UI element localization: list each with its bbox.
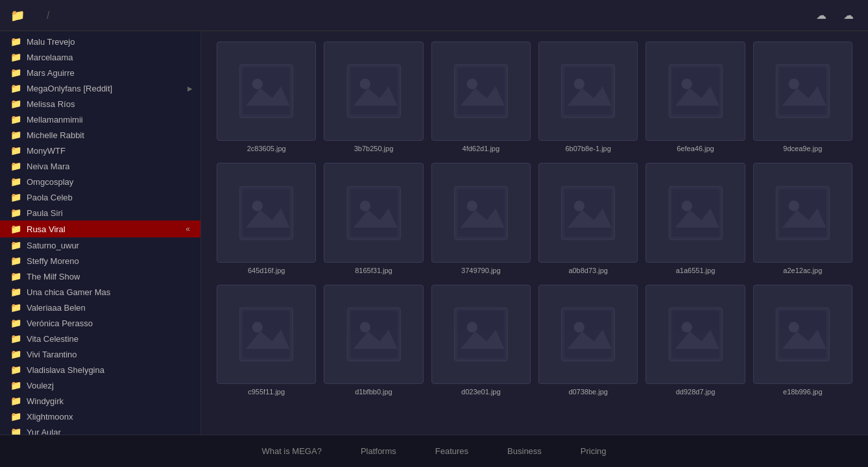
file-item[interactable]: 6b07b8e-1.jpg — [538, 42, 638, 152]
folder-icon: 📁 — [10, 114, 21, 125]
file-item[interactable]: 3749790.jpg — [431, 163, 531, 274]
sidebar-item-mars-aguirre[interactable]: 📁Mars Aguirre — [0, 65, 200, 80]
footer-link-pricing[interactable]: Pricing — [581, 446, 607, 456]
sidebar-item-label: Xlightmoonx — [27, 412, 73, 422]
sidebar-item-label: Voulezj — [27, 381, 54, 390]
sidebar-item-paula-siri[interactable]: 📁Paula Siri — [0, 205, 200, 221]
sidebar-item-steffy-moreno[interactable]: 📁Steffy Moreno — [0, 253, 200, 269]
sidebar-item-yur-aular[interactable]: 📁Yur Aular — [0, 424, 200, 435]
folder-icon: 📁 — [10, 161, 21, 171]
file-item[interactable]: e18b996.jpg — [753, 285, 852, 396]
footer-link-features[interactable]: Features — [435, 446, 468, 456]
sidebar-item-megaonlyfans-reddit[interactable]: 📁MegaOnlyfans [Reddit]▶ — [0, 80, 200, 96]
file-item[interactable]: a0b8d73.jpg — [538, 163, 638, 274]
file-item[interactable]: d1bfbb0.jpg — [324, 285, 423, 396]
file-item[interactable]: d0738be.jpg — [538, 285, 638, 396]
sidebar-item-malu-trevejo[interactable]: 📁Malu Trevejo — [0, 34, 200, 49]
sidebar-item-valeriaaa-belen[interactable]: 📁Valeriaaa Belen — [0, 300, 200, 315]
file-item[interactable]: 3b7b250.jpg — [324, 42, 423, 152]
top-bar: 📁 / ☁ ☁ — [0, 0, 868, 31]
folder-icon: 📁 — [10, 130, 21, 140]
file-item[interactable]: 4fd62d1.jpg — [431, 42, 531, 152]
sidebar-item-label: Rusa Viral — [27, 224, 66, 234]
footer-link-platforms[interactable]: Platforms — [361, 446, 396, 456]
file-item[interactable]: 645d16f.jpg — [217, 163, 316, 274]
file-thumbnail — [645, 285, 745, 384]
svg-point-42 — [681, 200, 692, 211]
sidebar-item-label: Yur Aular — [27, 427, 61, 435]
folder-icon: 📁 — [10, 208, 21, 218]
file-item[interactable]: 6efea46.jpg — [645, 42, 745, 152]
footer: What is MEGA?PlatformsFeaturesBusinessPr… — [0, 435, 868, 467]
sidebar-item-label: Melissa Ríos — [27, 99, 75, 109]
svg-point-46 — [789, 200, 799, 211]
sidebar-item-monywtf[interactable]: 📁MonyWTF — [0, 143, 200, 158]
folder-icon: 📁 — [10, 333, 21, 344]
sidebar-item-label: Marcelaama — [27, 53, 73, 62]
sidebar-item-una-chica-gamer-mas[interactable]: 📁Una chica Gamer Mas — [0, 284, 200, 300]
file-item[interactable]: dd928d7.jpg — [645, 285, 745, 396]
sidebar-item-paola-celeb[interactable]: 📁Paola Celeb — [0, 189, 200, 205]
sidebar-item-the-milf-show[interactable]: 📁The Milf Show — [0, 269, 200, 284]
file-thumbnail — [753, 163, 852, 262]
sidebar-item-neiva-mara[interactable]: 📁Neiva Mara — [0, 158, 200, 174]
sidebar-item-label: Vivi Tarantino — [27, 350, 77, 359]
footer-link-what-is-mega[interactable]: What is MEGA? — [261, 446, 321, 456]
folder-icon: 📁 — [10, 99, 21, 109]
folder-icon: 📁 — [10, 145, 21, 156]
import-cloud-icon: ☁ — [843, 9, 854, 21]
collapse-sidebar-button[interactable]: « — [183, 223, 193, 235]
sidebar-item-label: Saturno_uwur — [27, 241, 79, 250]
folder-icon: 📁 — [10, 52, 21, 62]
sidebar-item-mellamanmimii[interactable]: 📁Mellamanmimii — [0, 112, 200, 127]
sidebar-item-label: MegaOnlyfans [Reddit] — [27, 84, 112, 93]
file-item[interactable]: c955f11.jpg — [217, 285, 316, 396]
sidebar-item-windygirk[interactable]: 📁Windygirk — [0, 393, 200, 409]
sidebar-item-saturno-uwur[interactable]: 📁Saturno_uwur — [0, 237, 200, 253]
file-item[interactable]: a1a6551.jpg — [645, 163, 745, 274]
sidebar-item-omgcosplay[interactable]: 📁Omgcosplay — [0, 174, 200, 189]
file-thumbnail — [217, 285, 316, 384]
file-grid: 2c83605.jpg 3b7b250.jpg 4fd62d1.jpg 6b07… — [217, 42, 852, 396]
sidebar-item-vivi-tarantino[interactable]: 📁Vivi Tarantino — [0, 346, 200, 362]
svg-point-50 — [252, 322, 263, 332]
file-name: a1a6551.jpg — [645, 267, 745, 274]
folder-icon: 📁 — [10, 240, 21, 250]
sidebar-item-rusa-viral[interactable]: 📁Rusa Viral« — [0, 221, 200, 237]
file-thumbnail — [538, 285, 638, 384]
folder-icon: 📁 — [10, 176, 21, 187]
sidebar-item-michelle-rabbit[interactable]: 📁Michelle Rabbit — [0, 127, 200, 143]
file-item[interactable]: 9dcea9e.jpg — [753, 42, 852, 152]
sidebar-item-vladislava-shelygina[interactable]: 📁Vladislava Shelygina — [0, 362, 200, 377]
file-thumbnail — [217, 42, 316, 141]
sidebar-item-label: Michelle Rabbit — [27, 130, 84, 140]
file-name: d1bfbb0.jpg — [324, 388, 423, 396]
folder-icon: 📁 — [10, 365, 21, 375]
footer-link-business[interactable]: Business — [507, 446, 542, 456]
sidebar-item-melissa-rios[interactable]: 📁Melissa Ríos — [0, 96, 200, 112]
file-name: 2c83605.jpg — [217, 145, 316, 152]
sidebar-item-vita-celestine[interactable]: 📁Vita Celestine — [0, 331, 200, 346]
file-item[interactable]: 8165f31.jpg — [324, 163, 423, 274]
file-thumbnail — [431, 163, 531, 262]
file-thumbnail — [431, 285, 531, 384]
file-item[interactable]: d023e01.jpg — [431, 285, 531, 396]
download-cloud-icon: ☁ — [816, 9, 826, 21]
sidebar-item-marcelaama[interactable]: 📁Marcelaama — [0, 49, 200, 65]
file-item[interactable]: a2e12ac.jpg — [753, 163, 852, 274]
content-area: 2c83605.jpg 3b7b250.jpg 4fd62d1.jpg 6b07… — [201, 31, 868, 435]
sidebar-item-label: Omgcosplay — [27, 177, 73, 187]
file-name: 3b7b250.jpg — [324, 145, 423, 152]
file-thumbnail — [538, 163, 638, 262]
sidebar-item-voulezj[interactable]: 📁Voulezj — [0, 377, 200, 393]
sidebar-item-xlightmoonx[interactable]: 📁Xlightmoonx — [0, 409, 200, 424]
sidebar-item-label: Mars Aguirre — [27, 68, 75, 78]
folder-icon: 📁 — [10, 224, 21, 234]
download-zip-button[interactable]: ☁ — [816, 9, 830, 21]
folder-icon: 📁 — [10, 256, 21, 266]
import-cloud-button[interactable]: ☁ — [843, 9, 858, 21]
sidebar-item-veronica-perasso[interactable]: 📁Verónica Perasso — [0, 315, 200, 331]
file-item[interactable]: 2c83605.jpg — [217, 42, 316, 152]
sidebar-item-label: Vita Celestine — [27, 334, 78, 344]
folder-icon: 📁 — [10, 411, 21, 422]
